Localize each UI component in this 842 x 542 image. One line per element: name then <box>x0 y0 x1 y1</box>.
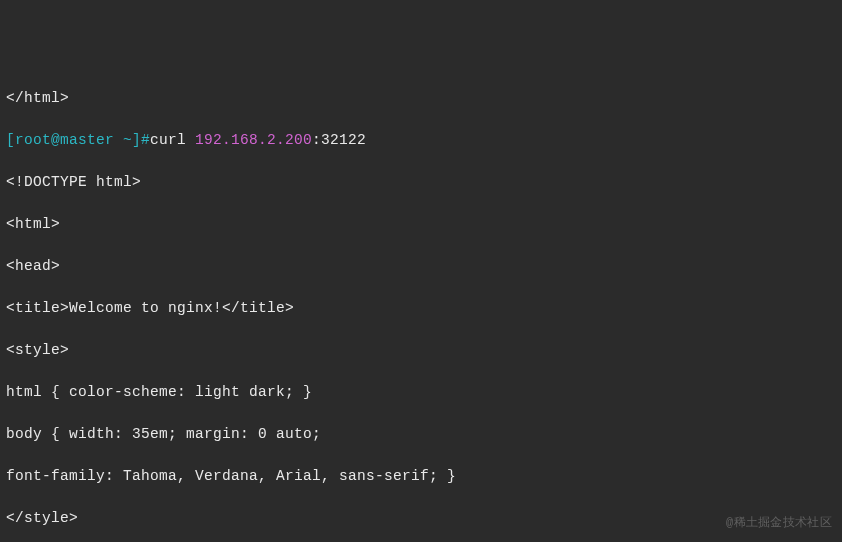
output-text: </style> <box>6 510 78 526</box>
terminal-output-line: </style> <box>6 508 836 529</box>
output-text: <head> <box>6 258 60 274</box>
terminal-prompt-line[interactable]: [root@master ~]#curl 192.168.2.200:32122 <box>6 130 836 151</box>
prompt-prefix: [root@master ~]# <box>6 132 150 148</box>
terminal-line-prev: </html> <box>6 88 836 109</box>
ip-address: 192.168.2.200 <box>195 132 312 148</box>
output-text: html { color-scheme: light dark; } <box>6 384 312 400</box>
output-text: font-family: Tahoma, Verdana, Arial, san… <box>6 468 456 484</box>
output-text: body { width: 35em; margin: 0 auto; <box>6 426 321 442</box>
terminal-output-line: <title>Welcome to nginx!</title> <box>6 298 836 319</box>
terminal-output-line: <html> <box>6 214 836 235</box>
watermark-text: @稀土掘金技术社区 <box>726 515 832 532</box>
command-text: curl <box>150 132 195 148</box>
terminal-output-line: <head> <box>6 256 836 277</box>
terminal-output-line: font-family: Tahoma, Verdana, Arial, san… <box>6 466 836 487</box>
terminal-output-line: body { width: 35em; margin: 0 auto; <box>6 424 836 445</box>
output-text: <!DOCTYPE html> <box>6 174 141 190</box>
port-text: :32122 <box>312 132 366 148</box>
output-text: </html> <box>6 90 69 106</box>
output-text: <title>Welcome to nginx!</title> <box>6 300 294 316</box>
terminal-output-line: <!DOCTYPE html> <box>6 172 836 193</box>
terminal-output-line: <style> <box>6 340 836 361</box>
output-text: <html> <box>6 216 60 232</box>
output-text: <style> <box>6 342 69 358</box>
terminal-output-line: html { color-scheme: light dark; } <box>6 382 836 403</box>
